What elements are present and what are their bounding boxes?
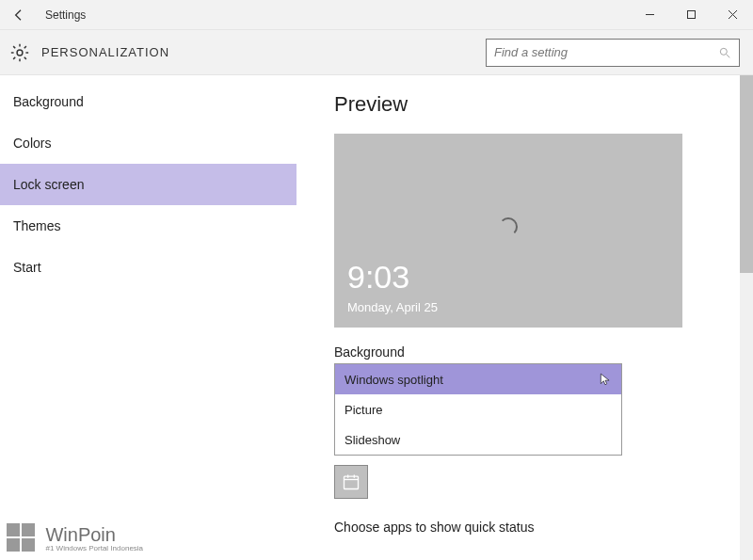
lock-screen-preview: 9:03 Monday, April 25: [334, 134, 682, 328]
sidebar-item-label: Start: [13, 260, 41, 275]
watermark-subtitle: #1 Windows Portal Indonesia: [45, 544, 143, 552]
dropdown-option-label: Picture: [344, 403, 382, 417]
preview-clock: 9:03: [347, 259, 409, 296]
svg-line-12: [24, 46, 26, 48]
svg-point-4: [17, 50, 23, 56]
search-input[interactable]: [494, 45, 718, 59]
back-button[interactable]: [0, 0, 38, 30]
titlebar: Settings: [0, 0, 753, 30]
svg-rect-1: [687, 11, 695, 19]
sidebar-item-label: Background: [13, 94, 84, 109]
sidebar-item-start[interactable]: Start: [0, 247, 296, 288]
header: PERSONALIZATION: [0, 30, 753, 75]
sidebar-item-background[interactable]: Background: [0, 81, 296, 122]
close-button[interactable]: [712, 0, 753, 30]
maximize-icon: [686, 9, 697, 20]
preview-heading: Preview: [334, 92, 753, 117]
dropdown-option-label: Windows spotlight: [344, 373, 443, 387]
minimize-button[interactable]: [629, 0, 670, 30]
arrow-left-icon: [11, 8, 26, 23]
background-label: Background: [334, 344, 753, 360]
dropdown-option-windows-spotlight[interactable]: Windows spotlight: [335, 364, 621, 394]
sidebar-item-lock-screen[interactable]: Lock screen: [0, 164, 296, 205]
background-dropdown[interactable]: Windows spotlight Picture Slideshow: [334, 363, 622, 456]
section-title: PERSONALIZATION: [41, 45, 169, 59]
quick-status-label: Choose apps to show quick status: [334, 520, 753, 535]
gear-icon: [9, 42, 30, 63]
svg-point-13: [720, 48, 727, 55]
svg-rect-15: [344, 476, 359, 488]
sidebar-item-colors[interactable]: Colors: [0, 122, 296, 164]
loading-spinner-icon: [499, 217, 518, 236]
sidebar-item-label: Themes: [13, 218, 61, 233]
scrollbar-thumb[interactable]: [740, 75, 753, 273]
svg-line-14: [727, 54, 730, 57]
winpoin-logo-icon: [6, 522, 38, 554]
sidebar-item-label: Lock screen: [13, 177, 84, 192]
dropdown-option-label: Slideshow: [344, 433, 400, 447]
maximize-button[interactable]: [670, 0, 712, 30]
watermark-title: WinPoin: [45, 525, 143, 544]
calendar-app-button[interactable]: [334, 465, 368, 499]
svg-line-10: [24, 56, 26, 58]
sidebar-item-label: Colors: [13, 136, 51, 151]
sidebar: Background Colors Lock screen Themes Sta…: [0, 75, 296, 560]
svg-line-9: [13, 46, 15, 48]
window-title: Settings: [45, 8, 86, 22]
search-box[interactable]: [486, 39, 740, 67]
preview-date: Monday, April 25: [347, 300, 438, 314]
close-icon: [728, 9, 738, 20]
content-pane: Preview 9:03 Monday, April 25 Background…: [296, 75, 753, 560]
dropdown-option-slideshow[interactable]: Slideshow: [335, 424, 621, 455]
minimize-icon: [645, 9, 655, 20]
window-controls: [629, 0, 753, 30]
dropdown-option-picture[interactable]: Picture: [335, 394, 621, 424]
search-icon: [718, 46, 731, 59]
svg-line-11: [13, 56, 15, 58]
watermark: WinPoin #1 Windows Portal Indonesia: [6, 522, 143, 554]
cursor-icon: [599, 371, 612, 388]
sidebar-item-themes[interactable]: Themes: [0, 205, 296, 247]
calendar-icon: [342, 472, 360, 491]
